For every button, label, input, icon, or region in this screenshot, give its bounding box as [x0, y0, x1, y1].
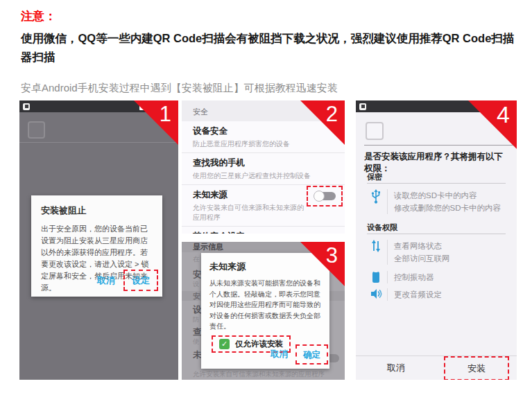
dimmed-row-title: 查 — [193, 326, 202, 338]
setting-item-other-security[interactable]: 其他安全设定 更改安全更新和证书存储等其他安全设定 — [182, 227, 345, 234]
highlight-box — [307, 186, 343, 207]
setting-subtitle: 使用您的三星账户远程查找并控制设备 — [193, 171, 335, 181]
permission-text: 全部访问互联网 — [394, 254, 450, 263]
dimmed-row-sub: 防 — [193, 315, 200, 324]
screenshot-step-1: 1 4G 7 安装被阻止 出于安全原因，您的设备当前已设置为阻止安装从三星应用商… — [19, 100, 178, 380]
permission-item-vibration: 控制振动器 — [368, 271, 434, 283]
screenshot-notification-icon — [359, 103, 366, 110]
speaker-icon — [368, 288, 384, 301]
step-number: 1 — [160, 103, 171, 126]
dimmed-row-title: 设 — [193, 304, 202, 316]
device-section-header: 设备权限 — [367, 222, 397, 233]
divider — [367, 234, 506, 234]
cancel-button[interactable]: 取消 — [387, 362, 405, 374]
install-prompt-title: 是否安装该应用程序？其将拥有以下权限： — [364, 151, 510, 175]
permission-text: 读取您的SD卡中的内容 — [394, 191, 477, 200]
settings-button[interactable]: 设定 — [132, 275, 150, 286]
unknown-sources-toggle[interactable] — [314, 191, 336, 202]
highlight-box: 确定 — [295, 344, 328, 365]
tutorial-hint: 安卓Android手机安装过程中遇到【安装被阻止】可根据教程迅速安装 — [21, 82, 518, 95]
dimmed-row-title: 安 — [193, 269, 202, 281]
highlight-box: 设定 — [123, 270, 158, 291]
screenshot-column-2: 安全 设备安全 防止恶意应用程序损害您的设备 查找我的手机 使用您的三星账户远程… — [182, 100, 345, 380]
permission-text: 查看网络状态 — [394, 242, 442, 250]
install-blocked-dialog: 安装被阻止 出于安全原因，您的设备当前已设置为阻止安装从三星应用商店以外的来源获… — [31, 195, 162, 297]
network-arrows-icon — [368, 240, 384, 265]
install-button-bar: 取消 安装 — [356, 356, 517, 380]
permission-item-audio: 更改音频设定 — [368, 288, 442, 301]
divider — [367, 183, 506, 184]
screenshot-step-3: 显示信息 在 安 设 安 设 防 查 使 未 允许安装来自可信来源和未知来源的应… — [182, 242, 345, 380]
install-button[interactable]: 安装 — [467, 363, 486, 374]
checkbox-checked-icon[interactable]: ✓ — [219, 339, 230, 349]
screenshot-notification-icon — [23, 103, 30, 110]
setting-title: 其他安全设定 — [193, 231, 335, 234]
setting-subtitle: 允许安装来自可信来源和未知来源的应用程序 — [193, 203, 307, 222]
setting-item-unknown-sources[interactable]: 未知来源 允许安装来自可信来源和未知来源的应用程序 — [182, 185, 345, 227]
step-corner-ribbon — [300, 100, 345, 145]
permission-text: 控制振动器 — [394, 273, 434, 281]
app-icon-placeholder — [28, 121, 45, 139]
step-number: 2 — [326, 103, 338, 126]
permission-text: 修改或删除您的SD卡中的内容 — [394, 204, 501, 212]
screenshot-step-4: 1 4G 7 是否安装该应用程序？其将拥有以下权限： 保密 — [356, 100, 517, 380]
step-corner-ribbon — [134, 100, 178, 145]
privacy-section-header: 保密 — [367, 172, 382, 182]
setting-item-find-my-phone[interactable]: 查找我的手机 使用您的三星账户远程查找并控制设备 — [182, 153, 345, 185]
dimmed-row-sub: 允许安装来自可信来源和未知来源的应用程序 — [193, 370, 325, 379]
screenshot-step-2: 安全 设备安全 防止恶意应用程序损害您的设备 查找我的手机 使用您的三星账户远程… — [182, 100, 345, 234]
permission-item-network: 查看网络状态 全部访问互联网 — [368, 240, 450, 265]
vibration-icon — [368, 271, 384, 283]
permission-item-storage: 读取您的SD卡中的内容 修改或删除您的SD卡中的内容 — [368, 189, 501, 214]
usb-storage-icon — [368, 189, 384, 214]
cancel-button[interactable]: 取消 — [265, 346, 293, 363]
step-number: 4 — [497, 103, 510, 126]
cancel-button[interactable]: 取消 — [90, 271, 122, 290]
permission-text: 更改音频设定 — [394, 290, 442, 299]
setting-title: 查找我的手机 — [193, 157, 335, 169]
confirm-button[interactable]: 确定 — [303, 350, 320, 360]
tutorial-page: 注意： 使用微信，QQ等一些内建QR Code扫描会有被阻挡下载之状况，强烈建议… — [0, 0, 532, 395]
dialog-title: 安装被阻止 — [41, 204, 153, 217]
highlight-box: 安装 — [444, 356, 509, 380]
dimmed-row-title: 未 — [193, 349, 202, 361]
notice-heading: 注意： — [21, 8, 518, 24]
notice-body-text: 使用微信，QQ等一些内建QR Code扫描会有被阻挡下载之状况，强烈建议使用推荐… — [21, 29, 522, 67]
dimmed-row-sub: 设 — [193, 280, 200, 289]
screenshot-row: 1 4G 7 安装被阻止 出于安全原因，您的设备当前已设置为阻止安装从三星应用商… — [19, 100, 517, 380]
step-number: 3 — [326, 244, 338, 267]
app-icon-placeholder — [366, 122, 384, 140]
header-block: 注意： 使用微信，QQ等一些内建QR Code扫描会有被阻挡下载之状况，强烈建议… — [0, 0, 532, 95]
dimmed-row-sub: 在 — [193, 255, 200, 264]
dimmed-row-sub: 使 — [193, 337, 200, 346]
step-corner-ribbon — [300, 242, 345, 286]
